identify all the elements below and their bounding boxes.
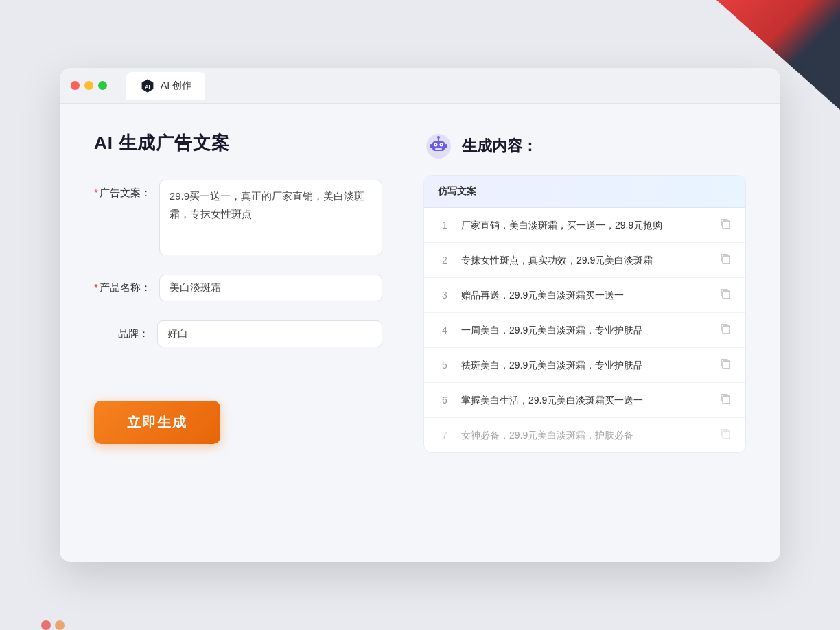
decorative-dots [41, 620, 65, 630]
product-name-label: *产品名称： [94, 275, 151, 294]
row-text: 厂家直销，美白淡斑霜，买一送一，29.9元抢购 [461, 218, 710, 233]
ai-tab-icon: AI [140, 78, 155, 93]
table-row: 6掌握美白生活，29.9元美白淡斑霜买一送一 [424, 383, 745, 418]
row-number: 1 [438, 220, 452, 231]
content-area: AI 生成广告文案 *广告文案： 29.9买一送一，真正的厂家直销，美白淡斑霜，… [60, 104, 780, 562]
row-number: 4 [438, 325, 452, 336]
brand-label: 品牌： [94, 320, 149, 340]
svg-rect-10 [430, 144, 432, 148]
copy-icon[interactable] [719, 358, 732, 373]
result-table: 仿写文案 1厂家直销，美白淡斑霜，买一送一，29.9元抢购 2专抹女性斑点，真实… [423, 175, 746, 453]
row-number: 6 [438, 395, 452, 406]
row-text: 女神必备，29.9元美白淡斑霜，护肤必备 [461, 428, 710, 443]
traffic-lights [71, 81, 107, 90]
svg-point-6 [441, 144, 442, 145]
minimize-button[interactable] [84, 81, 93, 90]
svg-rect-7 [435, 148, 442, 150]
row-number: 7 [438, 430, 452, 441]
product-name-group: *产品名称： [94, 275, 382, 301]
row-number: 5 [438, 360, 452, 371]
row-number: 3 [438, 290, 452, 301]
svg-rect-18 [723, 431, 730, 439]
svg-point-5 [435, 144, 436, 145]
close-button[interactable] [71, 81, 80, 90]
required-star-2: * [94, 281, 98, 293]
robot-icon [423, 131, 454, 161]
row-text: 专抹女性斑点，真实功效，29.9元美白淡斑霜 [461, 253, 710, 268]
svg-rect-14 [723, 291, 730, 299]
ad-copy-label: *广告文案： [94, 180, 151, 200]
right-panel: 生成内容： 仿写文案 1厂家直销，美白淡斑霜，买一送一，29.9元抢购 2专抹女… [423, 131, 746, 535]
copy-icon[interactable] [719, 253, 732, 268]
table-row: 2专抹女性斑点，真实功效，29.9元美白淡斑霜 [424, 243, 745, 278]
page-title: AI 生成广告文案 [94, 131, 382, 155]
left-panel: AI 生成广告文案 *广告文案： 29.9买一送一，真正的厂家直销，美白淡斑霜，… [94, 131, 382, 535]
copy-icon[interactable] [719, 218, 732, 233]
table-row: 5祛斑美白，29.9元美白淡斑霜，专业护肤品 [424, 348, 745, 383]
result-title: 生成内容： [462, 136, 537, 156]
svg-rect-13 [723, 256, 730, 264]
table-row: 7女神必备，29.9元美白淡斑霜，护肤必备 [424, 418, 745, 452]
result-header: 生成内容： [423, 131, 746, 161]
svg-rect-12 [723, 221, 730, 229]
table-row: 1厂家直销，美白淡斑霜，买一送一，29.9元抢购 [424, 208, 745, 243]
brand-group: 品牌： [94, 320, 382, 347]
tab-label: AI 创作 [161, 80, 191, 92]
svg-rect-11 [445, 144, 447, 148]
maximize-button[interactable] [98, 81, 107, 90]
copy-icon[interactable] [719, 323, 732, 338]
result-rows-container: 1厂家直销，美白淡斑霜，买一送一，29.9元抢购 2专抹女性斑点，真实功效，29… [424, 208, 745, 452]
required-star-1: * [94, 187, 98, 198]
svg-point-9 [437, 136, 440, 139]
title-bar: AI AI 创作 [60, 68, 780, 104]
row-text: 掌握美白生活，29.9元美白淡斑霜买一送一 [461, 393, 710, 408]
table-row: 3赠品再送，29.9元美白淡斑霜买一送一 [424, 278, 745, 313]
copy-icon[interactable] [719, 428, 732, 443]
generate-button[interactable]: 立即生成 [94, 401, 220, 444]
copy-icon[interactable] [719, 288, 732, 303]
brand-input[interactable] [157, 320, 382, 347]
row-text: 祛斑美白，29.9元美白淡斑霜，专业护肤品 [461, 358, 710, 373]
copy-icon[interactable] [719, 393, 732, 408]
browser-window: AI AI 创作 AI 生成广告文案 *广告文案： 29.9买一送一，真正的厂家… [60, 68, 780, 562]
ad-copy-group: *广告文案： 29.9买一送一，真正的厂家直销，美白淡斑霜，专抹女性斑点 [94, 180, 382, 255]
row-text: 赠品再送，29.9元美白淡斑霜买一送一 [461, 288, 710, 303]
ai-creation-tab[interactable]: AI AI 创作 [126, 72, 205, 100]
ad-copy-input[interactable]: 29.9买一送一，真正的厂家直销，美白淡斑霜，专抹女性斑点 [159, 180, 382, 255]
row-text: 一周美白，29.9元美白淡斑霜，专业护肤品 [461, 323, 710, 338]
svg-rect-15 [723, 326, 730, 334]
table-header: 仿写文案 [424, 176, 745, 208]
table-row: 4一周美白，29.9元美白淡斑霜，专业护肤品 [424, 313, 745, 348]
svg-rect-17 [723, 396, 730, 404]
row-number: 2 [438, 255, 452, 266]
product-name-input[interactable] [159, 275, 382, 301]
svg-rect-16 [723, 361, 730, 369]
svg-text:AI: AI [145, 83, 150, 89]
